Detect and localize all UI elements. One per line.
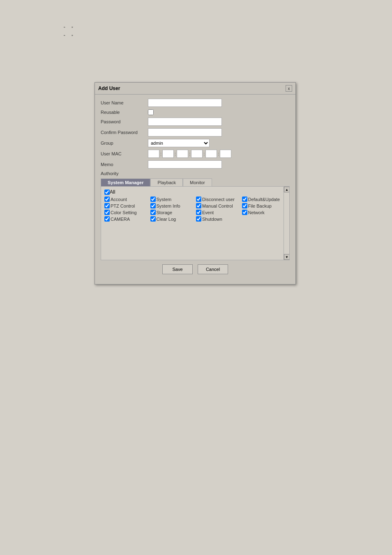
dialog-footer: Save Cancel — [101, 260, 290, 280]
mac-sep-4: : — [203, 151, 205, 156]
checkbox-clear-log[interactable] — [150, 216, 156, 222]
auth-item-default-update: Default&Update — [242, 197, 286, 202]
cancel-button[interactable]: Cancel — [198, 264, 228, 274]
label-disconnect-user: Disconnect user — [202, 197, 235, 202]
mac-seg-3[interactable] — [177, 150, 188, 158]
scroll-down-btn[interactable]: ▼ — [284, 254, 290, 260]
username-label: User Name — [101, 100, 148, 105]
group-select[interactable]: admin user operator — [148, 139, 210, 147]
auth-item-shutdown: Shutdown — [196, 216, 240, 222]
confirm-password-label: Confirm Password — [101, 130, 148, 135]
page-notes: “ ” “ ” — [64, 25, 73, 41]
auth-item-disconnect-user: Disconnect user — [196, 197, 240, 202]
group-row: Group admin user operator — [101, 139, 290, 147]
checkbox-manual-control[interactable] — [196, 203, 201, 208]
user-mac-label: User MAC — [101, 151, 148, 156]
memo-input[interactable] — [148, 160, 222, 169]
auth-item-empty — [242, 216, 286, 222]
password-row: Password — [101, 118, 290, 126]
password-input[interactable] — [148, 118, 222, 126]
checkbox-system-info[interactable] — [150, 203, 156, 208]
label-camera: CAMERA — [111, 217, 130, 222]
user-mac-row: User MAC : : : : : — [101, 150, 290, 158]
auth-grid: Account System Disconnect user — [104, 197, 286, 222]
mac-seg-4[interactable] — [191, 150, 203, 158]
auth-item-storage: Storage — [150, 210, 195, 215]
checkbox-event[interactable] — [196, 210, 201, 215]
auth-item-camera: CAMERA — [104, 216, 149, 222]
auth-item-file-backup: File Backup — [242, 203, 286, 208]
authority-label: Authority — [101, 171, 148, 176]
checkbox-file-backup[interactable] — [242, 203, 247, 208]
label-file-backup: File Backup — [248, 204, 272, 208]
tab-system-manager[interactable]: System Manager — [101, 178, 150, 186]
mac-seg-5[interactable] — [205, 150, 217, 158]
checkbox-system[interactable] — [150, 197, 156, 202]
dialog-titlebar: Add User x — [95, 83, 295, 95]
add-user-dialog: Add User x User Name Reusable Password C… — [95, 82, 296, 284]
auth-item-color-setting: Color Setting — [104, 210, 149, 215]
username-row: User Name — [101, 99, 290, 107]
all-row: All — [104, 189, 286, 195]
checkbox-network[interactable] — [242, 210, 247, 215]
label-default-update: Default&Update — [248, 197, 280, 202]
group-label: Group — [101, 141, 148, 146]
label-clear-log: Clear Log — [157, 217, 176, 222]
checkbox-disconnect-user[interactable] — [196, 197, 201, 202]
auth-item-system: System — [150, 197, 195, 202]
mac-seg-1[interactable] — [148, 150, 159, 158]
authority-row: Authority — [101, 171, 290, 176]
all-checkbox[interactable] — [104, 190, 110, 195]
scroll-track — [284, 192, 289, 254]
label-account: Account — [111, 197, 127, 202]
tab-monitor[interactable]: Monitor — [183, 178, 212, 186]
mac-inputs: : : : : : — [148, 150, 231, 158]
auth-item-manual-control: Manual Control — [196, 203, 240, 208]
mac-sep-3: : — [189, 151, 190, 156]
authority-section: System Manager Playback Monitor All Acco… — [101, 178, 290, 260]
authority-content: All Account System — [101, 186, 290, 260]
label-network: Network — [248, 210, 265, 215]
password-label: Password — [101, 119, 148, 124]
checkbox-shutdown[interactable] — [196, 216, 201, 222]
memo-label: Memo — [101, 162, 148, 167]
username-input[interactable] — [148, 99, 222, 107]
mac-seg-2[interactable] — [162, 150, 174, 158]
mac-seg-6[interactable] — [220, 150, 231, 158]
scroll-up-btn[interactable]: ▲ — [284, 187, 290, 192]
checkbox-default-update[interactable] — [242, 197, 247, 202]
authority-tabs: System Manager Playback Monitor — [101, 178, 290, 186]
close-button[interactable]: x — [286, 85, 292, 92]
checkbox-camera[interactable] — [104, 216, 110, 222]
checkbox-ptz-control[interactable] — [104, 203, 110, 208]
reusable-checkbox[interactable] — [148, 109, 154, 115]
checkbox-storage[interactable] — [150, 210, 156, 215]
auth-item-event: Event — [196, 210, 240, 215]
reusable-label: Reusable — [101, 110, 148, 115]
note-line-1: “ ” — [64, 25, 73, 33]
dialog-body: User Name Reusable Password Confirm Pass… — [95, 95, 295, 284]
mac-sep-1: : — [160, 151, 161, 156]
auth-item-system-info: System Info — [150, 203, 195, 208]
auth-item-ptz-control: PTZ Control — [104, 203, 149, 208]
mac-sep-2: : — [175, 151, 176, 156]
group-select-wrapper: admin user operator — [148, 139, 210, 147]
save-button[interactable]: Save — [162, 264, 193, 274]
auth-item-network: Network — [242, 210, 286, 215]
label-shutdown: Shutdown — [202, 217, 222, 222]
label-event: Event — [202, 210, 214, 215]
scrollbar[interactable]: ▲ ▼ — [284, 187, 289, 260]
label-color-setting: Color Setting — [111, 210, 137, 215]
label-system-info: System Info — [157, 204, 180, 208]
checkbox-color-setting[interactable] — [104, 210, 110, 215]
tab-playback[interactable]: Playback — [150, 178, 183, 186]
label-manual-control: Manual Control — [202, 204, 233, 208]
confirm-password-input[interactable] — [148, 128, 222, 136]
label-ptz-control: PTZ Control — [111, 204, 135, 208]
auth-item-account: Account — [104, 197, 149, 202]
note-line-2: “ ” — [64, 33, 73, 41]
auth-item-clear-log: Clear Log — [150, 216, 195, 222]
checkbox-account[interactable] — [104, 197, 110, 202]
label-system: System — [157, 197, 172, 202]
all-label: All — [110, 189, 115, 195]
